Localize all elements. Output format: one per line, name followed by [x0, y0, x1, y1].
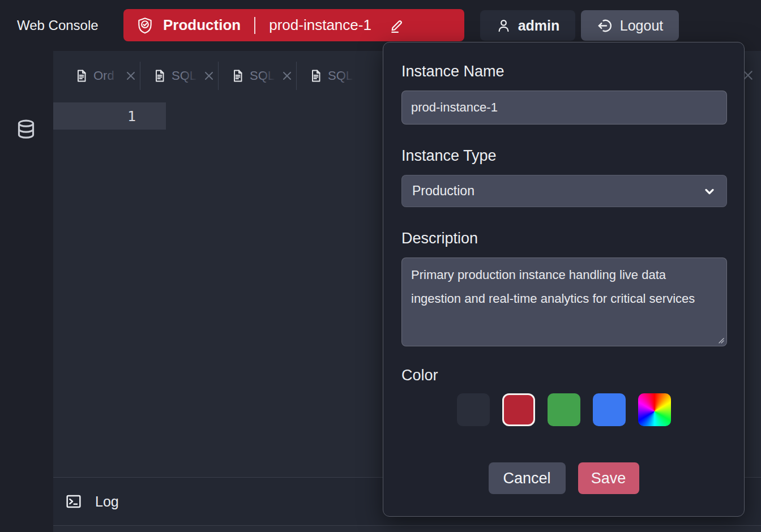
badge-separator: [254, 17, 255, 34]
color-swatch-blue[interactable]: [593, 393, 626, 426]
file-icon: [75, 68, 88, 83]
instance-name-label: Instance Name: [401, 63, 726, 80]
instance-type-label: Instance Type: [401, 147, 726, 165]
user-name: admin: [518, 18, 560, 34]
close-icon[interactable]: [282, 71, 292, 81]
instance-type-select[interactable]: Production: [401, 175, 727, 207]
logout-icon: [597, 18, 613, 34]
user-icon: [496, 18, 511, 33]
tab-label: SQL: [328, 68, 354, 83]
app-title: Web Console: [17, 0, 99, 51]
cancel-button[interactable]: Cancel: [489, 462, 566, 494]
color-swatch-default[interactable]: [457, 393, 490, 426]
instance-name-text: prod-instance-1: [269, 16, 371, 34]
instance-name-field-group: Instance Name prod-instance-1: [401, 63, 726, 125]
edit-instance-modal: Instance Name prod-instance-1 Instance T…: [383, 42, 745, 517]
file-icon: [231, 68, 245, 83]
tab-sql-2[interactable]: SQL: [219, 51, 296, 101]
tab-orders[interactable]: Ord: [62, 51, 140, 101]
logout-label: Logout: [620, 18, 663, 34]
left-sidebar: [0, 51, 53, 532]
description-textarea[interactable]: Primary production instance handling liv…: [401, 258, 727, 346]
color-swatch-row: [401, 393, 726, 426]
edit-pencil-icon[interactable]: [388, 17, 405, 34]
file-icon: [309, 68, 323, 83]
color-field-group: Color: [401, 367, 726, 426]
database-icon[interactable]: [15, 117, 37, 143]
tab-label: Ord: [93, 68, 119, 83]
environment-name: Production: [163, 16, 241, 34]
file-icon: [153, 68, 166, 83]
color-swatch-rainbow[interactable]: [638, 393, 671, 426]
environment-badge[interactable]: Production prod-instance-1: [123, 9, 464, 41]
terminal-icon: [65, 492, 83, 511]
instance-type-value: Production: [412, 183, 474, 199]
bottom-strip: [53, 525, 761, 532]
line-number-gutter: 1: [53, 102, 166, 130]
user-button[interactable]: admin: [480, 10, 575, 41]
close-icon[interactable]: [126, 71, 136, 81]
color-swatch-red[interactable]: [502, 393, 535, 426]
description-field-group: Description Primary production instance …: [401, 230, 726, 346]
description-label: Description: [401, 230, 726, 247]
tab-label: SQL: [250, 68, 276, 83]
line-number: 1: [127, 108, 136, 125]
color-swatch-green[interactable]: [548, 393, 580, 426]
shield-check-icon: [136, 16, 154, 35]
chevron-down-icon: [703, 185, 716, 198]
tab-label: SQL: [172, 68, 198, 83]
resize-handle-icon[interactable]: [717, 337, 724, 344]
close-icon[interactable]: [204, 71, 214, 81]
modal-footer: Cancel Save: [401, 462, 726, 494]
instance-type-field-group: Instance Type Production: [401, 147, 726, 207]
color-label: Color: [401, 367, 726, 384]
tab-sql-1[interactable]: SQL: [140, 51, 218, 101]
instance-name-input[interactable]: prod-instance-1: [401, 91, 727, 125]
save-button[interactable]: Save: [578, 462, 639, 494]
log-panel-label: Log: [95, 494, 119, 510]
logout-button[interactable]: Logout: [581, 10, 679, 41]
